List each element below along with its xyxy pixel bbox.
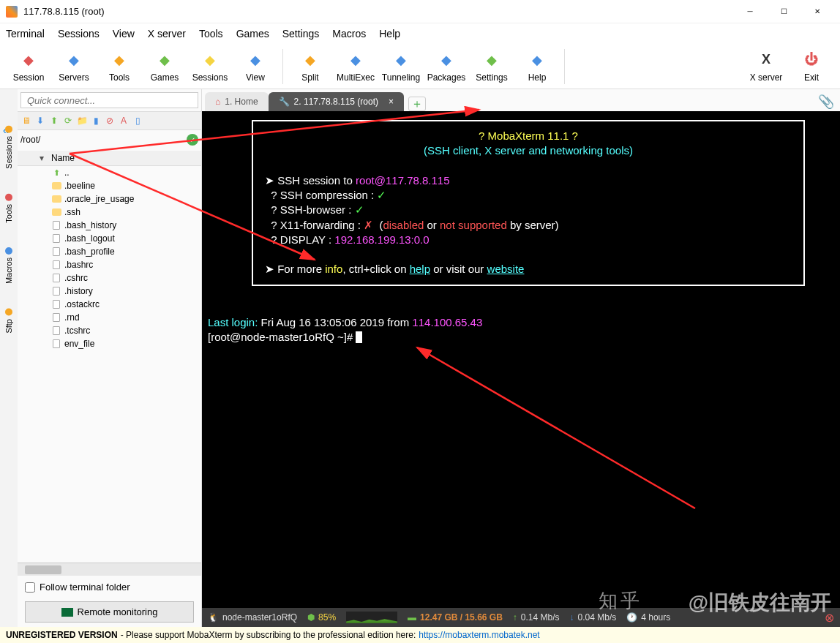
sidetab-sessions[interactable]: Sessions [3, 124, 15, 170]
ram-icon: ▬ [408, 612, 416, 623]
status-host: node-master1oRfQ [222, 612, 297, 623]
menu-tools[interactable]: Tools [199, 28, 223, 40]
file-row[interactable]: .bash_profile [18, 245, 201, 258]
new-tab-button[interactable]: ＋ [408, 97, 426, 111]
status-down: 0.04 Mb/s [578, 612, 617, 623]
tab-close-icon[interactable]: × [389, 97, 394, 107]
menu-help[interactable]: Help [379, 28, 400, 40]
file-row[interactable]: .oracle_jre_usage [18, 192, 201, 206]
toolbar-games[interactable]: ◆Games [142, 46, 187, 87]
maximize-button[interactable]: ☐ [767, 1, 800, 23]
toolbar-tunneling[interactable]: ◆Tunneling [378, 46, 424, 87]
sidetab-sftp[interactable]: Sftp [3, 307, 15, 335]
path-input[interactable] [20, 135, 187, 145]
file-row[interactable]: .history [18, 285, 201, 298]
font-icon[interactable]: A [118, 115, 130, 127]
status-up: 0.14 Mb/s [521, 612, 560, 623]
file-row[interactable]: .ssh [18, 206, 201, 219]
menubar: Terminal Sessions View X server Tools Ga… [0, 23, 840, 44]
status-bar: 🐧node-master1oRfQ ⬢85% ▬12.47 GB / 15.66… [202, 608, 840, 627]
upload-icon[interactable]: ⬆ [48, 115, 60, 127]
toolbar: ◆Session◆Servers◆Tools◆Games◆Sessions◆Vi… [0, 44, 840, 89]
file-row[interactable]: .ostackrc [18, 298, 201, 311]
toolbar-servers[interactable]: ◆Servers [51, 46, 97, 87]
menu-view[interactable]: View [113, 28, 135, 40]
banner-title: ? MobaXterm 11.1 ? [479, 129, 578, 142]
minimize-button[interactable]: ─ [733, 1, 767, 23]
footer-link[interactable]: https://mobaxterm.mobatek.net [419, 630, 539, 640]
refresh-icon[interactable]: ⟳ [62, 115, 74, 127]
toolbar-view[interactable]: ◆View [233, 46, 278, 87]
tool-icon: 🔧 [279, 97, 290, 107]
sidetab-macros[interactable]: Macros [3, 246, 15, 285]
clock-icon: 🕐 [626, 612, 637, 623]
footer: UNREGISTERED VERSION - Please support Mo… [0, 627, 840, 643]
menu-sessions[interactable]: Sessions [58, 28, 100, 40]
toolbar-settings[interactable]: ◆Settings [469, 46, 514, 87]
paperclip-icon[interactable]: 📎 [818, 94, 834, 110]
toolbar-split[interactable]: ◆Split [288, 46, 333, 87]
tab-home[interactable]: ⌂ 1. Home [205, 92, 269, 111]
titlebar: 117.78.8.115 (root) ─ ☐ ✕ [0, 0, 840, 23]
sftp-toolbar: 🖥 ⬇ ⬆ ⟳ 📁 ▮ ⊘ A ▯ [18, 111, 201, 130]
file-row[interactable]: .bash_history [18, 219, 201, 232]
remote-monitoring-button[interactable]: Remote monitoring [25, 601, 194, 623]
sidetab-tools[interactable]: Tools [3, 192, 15, 225]
down-icon: ↓ [570, 612, 574, 623]
tab-ssh[interactable]: 🔧 2. 117.78.8.115 (root) × [269, 92, 404, 111]
file-row[interactable]: env_file [18, 337, 201, 350]
follow-terminal-checkbox[interactable] [25, 582, 35, 593]
path-ok-icon: ✓ [187, 134, 198, 146]
toolbar-multiexec[interactable]: ◆MultiExec [333, 46, 378, 87]
sftp-hscroll[interactable] [18, 563, 201, 576]
file-row[interactable]: .rnd [18, 311, 201, 324]
new-folder-icon[interactable]: 📁 [76, 115, 88, 127]
menu-games[interactable]: Games [236, 28, 269, 40]
menu-terminal[interactable]: Terminal [6, 28, 45, 40]
banner-subtitle: (SSH client, X server and networking too… [424, 144, 633, 157]
terminal[interactable]: ? MobaXterm 11.1 ? (SSH client, X server… [202, 111, 840, 608]
terminal-tabs: ⌂ 1. Home 🔧 2. 117.78.8.115 (root) × ＋ [202, 89, 840, 111]
tux-icon: 🐧 [208, 612, 219, 623]
toolbar-exit[interactable]: ⏻Exit [789, 50, 834, 83]
computer-icon[interactable]: 🖥 [20, 115, 32, 127]
file-row[interactable]: .bashrc [18, 258, 201, 271]
file-tree: ▾ Name ⬆...beeline.oracle_jre_usage.ssh.… [18, 149, 201, 563]
toolbar-packages[interactable]: ◆Packages [424, 46, 469, 87]
copy-icon[interactable]: ▮ [90, 115, 102, 127]
menu-settings[interactable]: Settings [282, 28, 320, 40]
up-icon: ↑ [513, 612, 517, 623]
cpu-icon: ⬢ [307, 612, 315, 623]
status-close-icon[interactable]: ⊗ [825, 611, 834, 625]
side-tabs: « Sessions Tools Macros Sftp [0, 89, 18, 627]
unregistered-label: UNREGISTERED VERSION [6, 630, 118, 640]
toolbar-session[interactable]: ◆Session [6, 46, 51, 87]
sftp-panel: 🖥 ⬇ ⬆ ⟳ 📁 ▮ ⊘ A ▯ ✓ ▾ Name ⬆...beeline.o… [18, 89, 202, 627]
zhihu-watermark: 知乎 [599, 588, 642, 614]
settings-icon[interactable]: ▯ [132, 115, 143, 127]
toolbar-help[interactable]: ◆Help [514, 46, 560, 87]
follow-terminal-label: Follow terminal folder [40, 582, 130, 593]
menu-xserver[interactable]: X server [148, 28, 186, 40]
toolbar-x-server[interactable]: XX server [743, 50, 789, 83]
toolbar-sessions[interactable]: ◆Sessions [187, 46, 233, 87]
toolbar-tools[interactable]: ◆Tools [97, 46, 142, 87]
file-row[interactable]: .bash_logout [18, 232, 201, 245]
file-row[interactable]: .cshrc [18, 271, 201, 285]
file-row[interactable]: ⬆.. [18, 166, 201, 179]
file-row[interactable]: .beeline [18, 179, 201, 192]
terminal-cursor [356, 331, 362, 343]
download-icon[interactable]: ⬇ [34, 115, 46, 127]
file-tree-header[interactable]: Name [51, 153, 75, 163]
close-button[interactable]: ✕ [800, 1, 834, 23]
file-row[interactable]: .tcshrc [18, 324, 201, 337]
menu-macros[interactable]: Macros [332, 28, 366, 40]
status-mem: 12.47 GB / 15.66 GB [420, 612, 503, 623]
delete-icon[interactable]: ⊘ [104, 115, 116, 127]
window-title: 117.78.8.115 (root) [23, 6, 733, 17]
app-logo-icon [6, 6, 18, 18]
status-time: 4 hours [641, 612, 670, 623]
cpu-sparkline [346, 612, 397, 623]
quick-connect-input[interactable] [20, 92, 198, 108]
monitor-icon [61, 608, 73, 617]
